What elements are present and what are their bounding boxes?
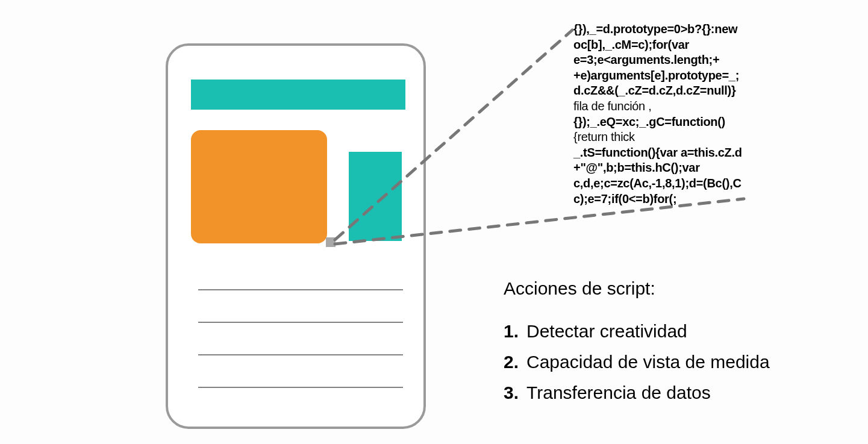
code-line: {return thick: [573, 130, 754, 145]
text-line: [198, 322, 403, 323]
ad-placeholder: [349, 152, 402, 241]
code-line: {});_.eQ=xc;_.gC=function(): [573, 114, 754, 130]
code-line: oc[b],_.cM=c);for(var: [573, 37, 754, 53]
code-line: c,d,e;c=zc(Ac,-1,8,1);d=(Bc(),C: [573, 176, 754, 192]
header-bar: [191, 80, 405, 110]
text-line: [198, 387, 403, 388]
actions-heading: Acciones de script:: [504, 278, 655, 299]
action-text: Detectar creatividad: [526, 316, 687, 346]
code-line: _.tS=function(){var a=this.cZ.d: [573, 145, 754, 161]
code-line: {}),_=d.prototype=0>b?{}:new: [573, 22, 754, 37]
image-placeholder: [191, 130, 327, 243]
text-line: [198, 354, 403, 355]
actions-list: 1. Detectar creatividad 2. Capacidad de …: [504, 316, 770, 408]
action-number: 3.: [504, 377, 526, 408]
code-line: fila de función ,: [573, 99, 754, 114]
action-item: 1. Detectar creatividad: [504, 316, 770, 346]
code-line: +"@",b;b=this.hC();var: [573, 160, 754, 176]
action-text: Capacidad de vista de medida: [526, 346, 770, 377]
text-line: [198, 289, 403, 290]
code-line: e=3;e<arguments.length;+: [573, 52, 754, 68]
phone-outline: [166, 43, 426, 429]
action-number: 1.: [504, 316, 526, 346]
code-snippet: {}),_=d.prototype=0>b?{}:new oc[b],_.cM=…: [573, 22, 754, 207]
action-number: 2.: [504, 346, 526, 377]
zoom-origin-marker: [326, 237, 336, 247]
action-item: 2. Capacidad de vista de medida: [504, 346, 770, 377]
action-item: 3. Transferencia de datos: [504, 377, 770, 408]
code-line: d.cZ&&(_.cZ=d.cZ,d.cZ=null)}: [573, 83, 754, 99]
code-line: c);e=7;if(0<=b)for(;: [573, 192, 754, 207]
action-text: Transferencia de datos: [526, 377, 711, 408]
code-line: +e)arguments[e].prototype=_;: [573, 68, 754, 84]
